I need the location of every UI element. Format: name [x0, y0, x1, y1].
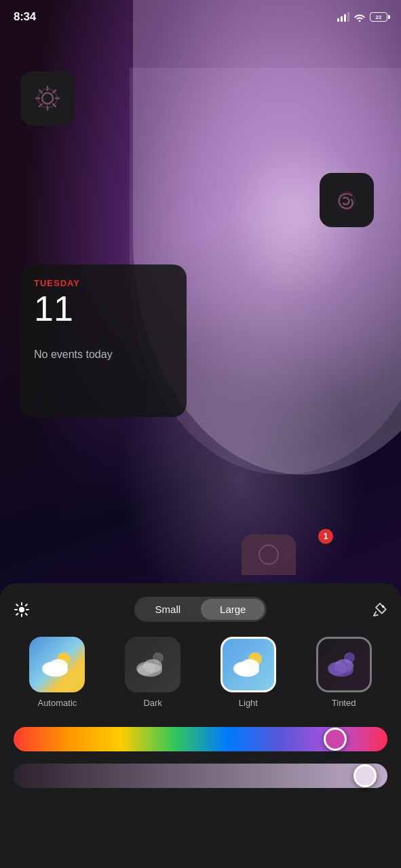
svg-point-29	[329, 663, 354, 677]
size-small-pill[interactable]: Small	[136, 599, 200, 620]
signal-bar-4	[347, 12, 349, 22]
notification-badge: 1	[318, 529, 333, 544]
eyedropper-icon[interactable]	[373, 602, 387, 617]
battery-icon: 22	[370, 12, 387, 22]
svg-point-17	[43, 663, 68, 677]
opacity-slider-container[interactable]	[14, 764, 387, 788]
svg-point-3	[259, 545, 278, 564]
status-time: 8:34	[14, 10, 36, 24]
bottom-panel: Small Large	[0, 583, 401, 868]
icon-style-light-preview	[221, 637, 276, 692]
opacity-slider-thumb[interactable]	[354, 764, 377, 787]
signal-bar-3	[344, 14, 346, 22]
signal-bar-2	[341, 16, 343, 22]
slider-section	[14, 727, 387, 788]
icon-style-dark-label: Dark	[143, 698, 161, 708]
background-app-partial	[242, 534, 296, 575]
svg-line-12	[26, 604, 27, 606]
calendar-day: TUESDAY	[34, 278, 173, 288]
icon-style-light[interactable]: Light	[205, 637, 292, 708]
icon-style-dark[interactable]: Dark	[109, 637, 197, 708]
signal-bars-icon	[337, 12, 349, 22]
icon-style-tinted-label: Tinted	[332, 698, 356, 708]
svg-line-11	[16, 613, 18, 614]
icon-style-tinted[interactable]: Tinted	[300, 637, 387, 708]
wifi-icon	[354, 12, 366, 22]
size-selector-row: Small Large	[14, 597, 387, 622]
icon-styles-container: Automatic Dark	[14, 637, 387, 708]
icon-style-light-label: Light	[239, 698, 258, 708]
color-slider-thumb[interactable]	[324, 728, 347, 751]
threads-app-icon[interactable]	[320, 173, 374, 227]
signal-bar-1	[337, 18, 339, 22]
svg-point-25	[235, 663, 259, 677]
icon-style-automatic-preview	[29, 637, 85, 692]
status-bar: 8:34 22	[0, 0, 401, 34]
opacity-slider-track	[14, 764, 387, 788]
icon-style-tinted-preview	[316, 637, 372, 692]
color-slider-track	[14, 727, 387, 751]
icon-style-automatic[interactable]: Automatic	[14, 637, 101, 708]
svg-point-1	[38, 89, 57, 108]
calendar-widget[interactable]: TUESDAY 11 No events today	[20, 264, 187, 417]
settings-app-icon[interactable]	[20, 71, 75, 125]
size-pills-container: Small Large	[134, 597, 267, 622]
svg-point-21	[138, 663, 162, 677]
size-large-pill[interactable]: Large	[201, 599, 265, 620]
status-icons: 22	[337, 12, 387, 22]
icon-style-automatic-label: Automatic	[37, 698, 77, 708]
battery-level: 22	[376, 14, 382, 20]
svg-line-9	[16, 604, 18, 606]
icon-style-dark-preview	[125, 637, 180, 692]
svg-line-10	[26, 613, 27, 614]
brightness-icon	[14, 601, 30, 618]
svg-point-13	[383, 606, 384, 607]
calendar-date: 11	[34, 290, 173, 328]
calendar-no-events: No events today	[34, 349, 173, 361]
svg-point-0	[42, 93, 53, 104]
color-slider-container[interactable]	[14, 727, 387, 751]
svg-point-4	[19, 607, 24, 612]
